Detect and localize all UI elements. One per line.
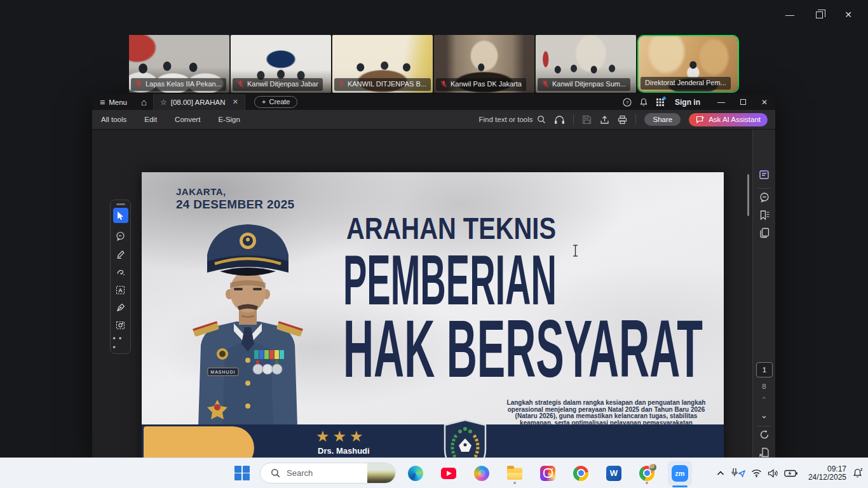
taskbar-youtube-icon[interactable] [441, 466, 456, 481]
search-highlight-image[interactable] [367, 463, 395, 483]
taskbar-copilot-icon[interactable] [474, 466, 489, 481]
esign-menu[interactable]: E-Sign [209, 116, 249, 123]
right-panel-rail: 1 8 ⌃ ⌄ [752, 130, 775, 458]
taskbar-file-explorer-icon[interactable] [507, 466, 522, 481]
rotate-page-button[interactable] [759, 430, 770, 442]
pdf-page[interactable]: JAKARTA, 24 DESEMBER 2025 ARAHAN TEKNIS … [142, 172, 724, 458]
close-button[interactable]: ✕ [834, 5, 863, 24]
upload-share-icon[interactable] [600, 115, 609, 125]
taskbar-search[interactable] [260, 463, 396, 484]
participant-tile[interactable]: Lapas Kelas IIA Pekan... [129, 35, 229, 93]
acrobat-close-button[interactable]: ✕ [754, 94, 775, 110]
participant-tile[interactable]: Kanwil Ditjenpas Sum... [536, 35, 636, 93]
ai-assistant-panel-button[interactable] [759, 169, 770, 183]
notification-dot [663, 97, 666, 100]
select-tool-button[interactable] [113, 208, 128, 223]
home-button[interactable]: ⌂ [135, 97, 153, 107]
bookmarks-panel-button[interactable] [759, 210, 770, 223]
running-indicator [646, 482, 648, 484]
mic-in-use-location-icon[interactable] [730, 468, 745, 478]
search-input[interactable] [287, 468, 350, 478]
official-portrait: MASHUDI [159, 217, 337, 426]
read-aloud-headphones-icon[interactable] [554, 115, 565, 125]
comment-tool-button[interactable] [113, 228, 128, 243]
ask-ai-assistant-button[interactable]: Ask AI Assistant [689, 113, 768, 126]
youtube-logo-icon [441, 468, 456, 479]
uniform-name-tag: MASHUDI [210, 370, 235, 374]
svg-text:A: A [118, 287, 123, 293]
document-tab[interactable]: ☆ [08.00] ARAHAN TEKNI... ✕ [153, 94, 245, 110]
sign-in-button[interactable]: Sign in [675, 98, 700, 107]
help-button[interactable]: ? [619, 94, 635, 110]
taskbar-chrome-profile-icon[interactable] [639, 466, 654, 481]
taskbar-word-icon[interactable]: W [606, 466, 621, 481]
create-tab-button[interactable]: + Create [254, 96, 297, 108]
participant-label: Direktorat Jenderal Pem... [641, 77, 731, 90]
participant-label: Kanwil Ditjenpas Jabar [233, 78, 323, 91]
comments-panel-button[interactable] [759, 192, 770, 205]
battery-icon[interactable] [784, 470, 797, 477]
pages-panel-button[interactable] [759, 227, 770, 241]
close-tab-icon[interactable]: ✕ [233, 98, 238, 106]
rank-stars: ★★★ [316, 428, 367, 445]
taskbar-edge-icon[interactable] [408, 466, 423, 481]
favorite-star-icon[interactable]: ☆ [160, 98, 167, 107]
fit-page-button[interactable] [759, 447, 770, 458]
restore-button[interactable] [804, 5, 834, 24]
next-page-button[interactable]: ⌄ [753, 410, 775, 420]
start-button[interactable] [234, 466, 250, 481]
tray-chevron-up-icon[interactable] [717, 471, 724, 476]
participant-tile[interactable]: Kanwil Pas DK Jakarta [434, 35, 534, 93]
text-cursor [572, 245, 579, 257]
muted-mic-icon [135, 81, 142, 88]
convert-menu[interactable]: Convert [166, 116, 209, 123]
draw-tool-button[interactable] [113, 264, 128, 280]
taskbar-instagram-icon[interactable] [540, 466, 555, 481]
poster-location: JAKARTA, [176, 186, 226, 197]
share-button[interactable]: Share [644, 113, 681, 126]
restore-icon [816, 11, 823, 18]
edit-menu[interactable]: Edit [135, 116, 166, 123]
poster-headline-2: HAK BERSYARAT [343, 303, 703, 394]
zoom-logo-icon: zm [672, 465, 688, 482]
notifications-bell-icon[interactable] [635, 94, 652, 110]
folder-icon [507, 468, 522, 480]
participant-name: Kanwil Pas DK Jakarta [451, 79, 522, 90]
clock-time: 09:17 [808, 465, 846, 473]
menu-button[interactable]: ≡ Menu [92, 94, 135, 110]
participant-name: Kanwil Ditjenpas Sum... [552, 79, 626, 90]
more-tools-button[interactable]: • • • [113, 336, 128, 351]
agency-shield-logo [441, 419, 489, 458]
all-tools-menu[interactable]: All tools [92, 116, 135, 123]
hamburger-icon: ≡ [100, 97, 105, 107]
fill-sign-tool-button[interactable] [113, 300, 128, 315]
participant-tile[interactable]: KANWIL DITJENPAS B... [332, 35, 433, 93]
find-text-button[interactable]: Find text or tools [478, 115, 546, 124]
participant-name: Lapas Kelas IIA Pekan... [146, 79, 222, 90]
volume-icon[interactable] [768, 469, 778, 478]
participant-tile-active-speaker[interactable]: Direktorat Jenderal Pem... [637, 35, 739, 93]
apps-grid-icon[interactable] [652, 94, 668, 110]
text-box-icon: A [116, 285, 125, 295]
wifi-icon[interactable] [751, 469, 762, 477]
previous-page-button[interactable]: ⌃ [753, 395, 775, 405]
drag-handle[interactable] [116, 203, 125, 205]
participant-name: Kanwil Ditjenpas Jabar [247, 79, 318, 90]
chrome-logo-icon [573, 466, 588, 481]
add-text-tool-button[interactable]: A [113, 282, 128, 297]
taskbar-clock[interactable]: 09:17 24/12/2025 [808, 465, 846, 482]
acrobat-minimize-button[interactable]: — [710, 94, 732, 110]
windows-logo-icon [234, 466, 250, 481]
minimize-button[interactable]: — [775, 5, 804, 24]
highlight-tool-button[interactable] [113, 247, 128, 262]
current-page-input[interactable]: 1 [756, 362, 773, 377]
notification-bell-dnd-icon[interactable]: z [852, 468, 863, 478]
participant-tile[interactable]: Kanwil Ditjenpas Jabar [231, 35, 331, 93]
snapshot-tool-button[interactable] [113, 318, 128, 333]
taskbar-zoom-icon-active[interactable]: zm [668, 461, 692, 486]
print-icon[interactable] [618, 115, 627, 125]
taskbar-chrome-icon[interactable] [573, 466, 588, 481]
acrobat-restore-button[interactable] [732, 94, 754, 110]
vertical-scrollbar[interactable] [747, 174, 749, 216]
total-pages-label: 8 [753, 383, 775, 390]
